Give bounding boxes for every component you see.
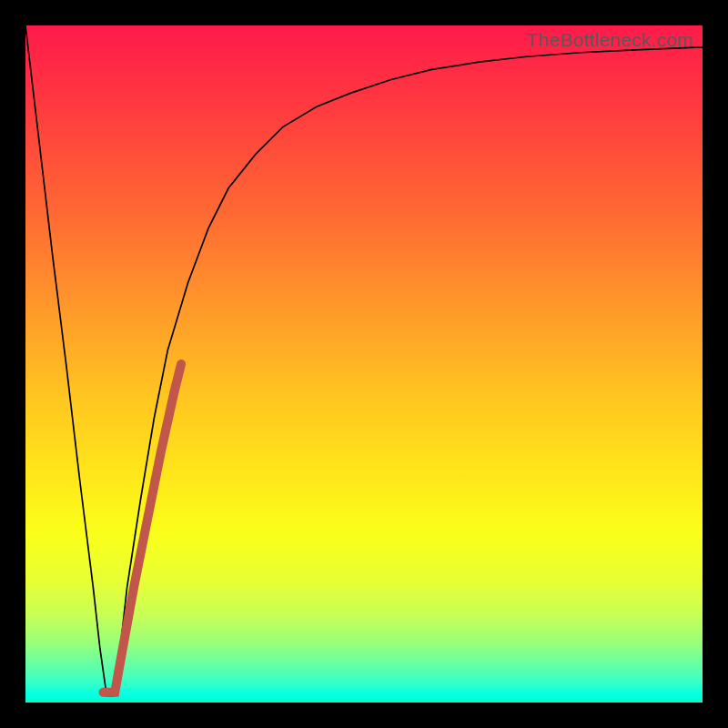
fit-segment	[104, 364, 182, 693]
plot-area: TheBottleneck.com	[25, 25, 703, 703]
watermark-text: TheBottleneck.com	[527, 29, 693, 51]
chart-frame: TheBottleneck.com	[0, 0, 728, 728]
bottleneck-curve	[25, 25, 703, 696]
curve-layer	[25, 25, 703, 703]
